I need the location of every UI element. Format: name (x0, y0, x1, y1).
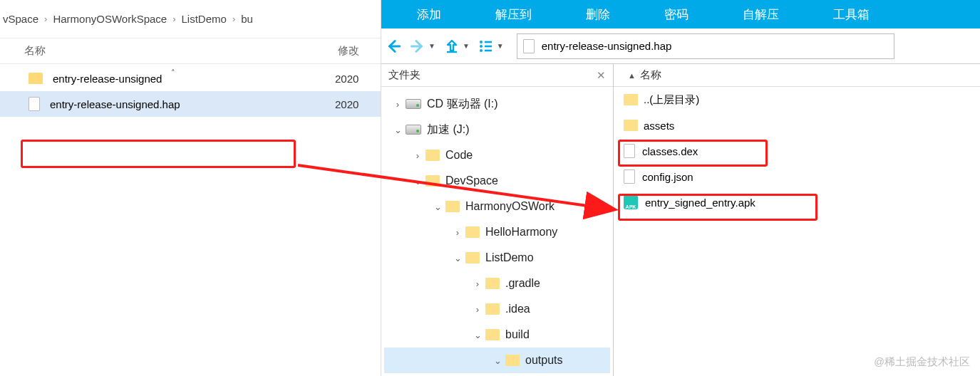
file-row-hap[interactable]: entry-release-unsigned.hap 2020 (0, 91, 381, 117)
file-row-folder[interactable]: entry-release-unsigned 2020 (0, 66, 381, 91)
address-bar[interactable]: entry-release-unsigned.hap (517, 33, 894, 59)
tree-node-gradle[interactable]: ›.gradle (384, 271, 610, 296)
archive-pane: 添加 解压到 删除 密码 自解压 工具箱 ▼ ▼ ▼ entry-release… (381, 0, 980, 376)
apk-icon: APK (624, 195, 638, 209)
expand-icon[interactable]: › (473, 304, 483, 315)
nav-up-button[interactable] (440, 34, 464, 58)
nav-forward-button[interactable] (406, 34, 430, 58)
column-name-header[interactable]: 名称 (0, 44, 335, 58)
breadcrumb-part-0[interactable]: vSpace (0, 13, 41, 25)
folder-icon (425, 150, 440, 161)
tree-label: HarmonyOSWork (465, 200, 555, 213)
ribbon-sfx[interactable]: 自解压 (743, 6, 779, 23)
ribbon-password[interactable]: 密码 (664, 6, 688, 23)
tree-node-outputs[interactable]: ⌄outputs (384, 348, 610, 373)
nav-back-button[interactable] (381, 34, 406, 58)
breadcrumb-part-1[interactable]: HarmonyOSWorkSpace (50, 13, 170, 25)
item-label: entry_signed_entry.apk (645, 197, 755, 209)
tree-node-code[interactable]: ›Code (384, 142, 610, 168)
tree-header-label: 文件夹 (388, 68, 421, 82)
file-list: entry-release-unsigned 2020 entry-releas… (0, 64, 381, 117)
breadcrumb-sep: › (41, 14, 50, 24)
explorer-pane: vSpace › HarmonyOSWorkSpace › ListDemo ›… (0, 0, 381, 376)
folder-icon (445, 201, 460, 212)
item-label: assets (644, 120, 674, 132)
list-item-parent[interactable]: ..(上层目录) (614, 87, 980, 113)
breadcrumb-part-2[interactable]: ListDemo (179, 13, 229, 25)
ribbon-delete[interactable]: 删除 (586, 6, 610, 23)
folder-icon (505, 355, 520, 366)
collapse-icon[interactable]: ⌄ (433, 202, 443, 212)
dropdown-icon[interactable]: ▼ (463, 42, 470, 50)
item-label: classes.dex (642, 145, 698, 157)
nav-list-button[interactable] (474, 34, 498, 58)
tree-label: Code (445, 149, 473, 162)
expand-icon[interactable]: › (473, 278, 483, 289)
collapse-icon[interactable]: ⌄ (393, 125, 403, 135)
file-icon (29, 97, 40, 111)
file-date: 2020 (335, 73, 359, 85)
breadcrumb-part-3[interactable]: bu (238, 13, 256, 25)
tree-node-helloharmony[interactable]: ›HelloHarmony (384, 219, 610, 245)
tree-node-harmonywork[interactable]: ⌄HarmonyOSWork (384, 194, 610, 219)
archive-file-list: ▲ 名称 ..(上层目录) assets classes.dex config.… (614, 64, 980, 376)
ribbon-toolbar: 添加 解压到 删除 密码 自解压 工具箱 (381, 0, 980, 28)
expand-icon[interactable]: › (453, 227, 463, 238)
drive-icon (406, 125, 421, 135)
nav-toolbar: ▼ ▼ ▼ entry-release-unsigned.hap (381, 28, 980, 64)
sort-asc-icon: ˄ (171, 68, 175, 78)
file-icon (624, 144, 635, 158)
breadcrumb[interactable]: vSpace › HarmonyOSWorkSpace › ListDemo ›… (0, 0, 381, 38)
tree-label: DevSpace (445, 174, 498, 187)
tree-node-drive-j[interactable]: ⌄加速 (J:) (384, 117, 610, 142)
watermark: @稀土掘金技术社区 (874, 355, 970, 369)
tree-node-listdemo[interactable]: ⌄ListDemo (384, 245, 610, 271)
folder-icon (465, 252, 480, 263)
svg-point-7 (480, 49, 483, 52)
tree-label: 加速 (J:) (427, 122, 470, 137)
tree-node-devspace[interactable]: ⌄DevSpace (384, 168, 610, 194)
expand-icon[interactable]: › (413, 150, 423, 161)
item-label: ..(上层目录) (644, 93, 699, 107)
list-item-apk[interactable]: APKentry_signed_entry.apk (614, 189, 980, 215)
file-name: entry-release-unsigned (53, 73, 162, 85)
folder-icon (29, 73, 43, 84)
list-item-classes-dex[interactable]: classes.dex (614, 138, 980, 164)
tree-node-drive-i[interactable]: ›CD 驱动器 (I:) (384, 91, 610, 117)
item-label: config.json (642, 171, 693, 183)
collapse-icon[interactable]: ⌄ (413, 176, 423, 187)
tree-node-idea[interactable]: ›.idea (384, 296, 610, 322)
column-name-label: 名称 (24, 44, 46, 58)
close-tree-icon[interactable]: ✕ (597, 69, 606, 82)
ribbon-add[interactable]: 添加 (417, 6, 441, 23)
list-header[interactable]: ▲ 名称 (614, 64, 980, 87)
folder-icon (425, 175, 440, 187)
tree-node-build[interactable]: ⌄build (384, 322, 610, 348)
collapse-icon[interactable]: ⌄ (492, 355, 502, 366)
column-headers: 名称 修改 (0, 38, 381, 64)
expand-icon[interactable]: › (393, 99, 403, 110)
annotation-box (21, 140, 296, 168)
file-icon (624, 169, 635, 184)
collapse-icon[interactable]: ⌄ (453, 253, 463, 263)
folder-icon (624, 94, 638, 105)
drive-icon (406, 99, 421, 109)
tree-label: .gradle (505, 277, 540, 290)
tree-label: CD 驱动器 (I:) (427, 97, 498, 112)
tree-label: HelloHarmony (485, 226, 557, 239)
collapse-icon[interactable]: ⌄ (473, 330, 483, 340)
folder-icon (485, 303, 500, 315)
list-item-assets[interactable]: assets (614, 113, 980, 138)
dropdown-icon[interactable]: ▼ (497, 42, 504, 50)
ribbon-extract[interactable]: 解压到 (495, 6, 532, 23)
file-icon (523, 39, 535, 53)
folder-icon (485, 329, 500, 340)
dropdown-icon[interactable]: ▼ (428, 42, 435, 50)
list-item-config-json[interactable]: config.json (614, 164, 980, 189)
sort-asc-icon: ▲ (628, 71, 636, 80)
ribbon-toolbox[interactable]: 工具箱 (833, 6, 870, 23)
svg-point-5 (480, 45, 483, 48)
list-header-label: 名称 (640, 68, 661, 82)
folder-icon (624, 120, 638, 131)
column-modified-header[interactable]: 修改 (335, 44, 359, 58)
